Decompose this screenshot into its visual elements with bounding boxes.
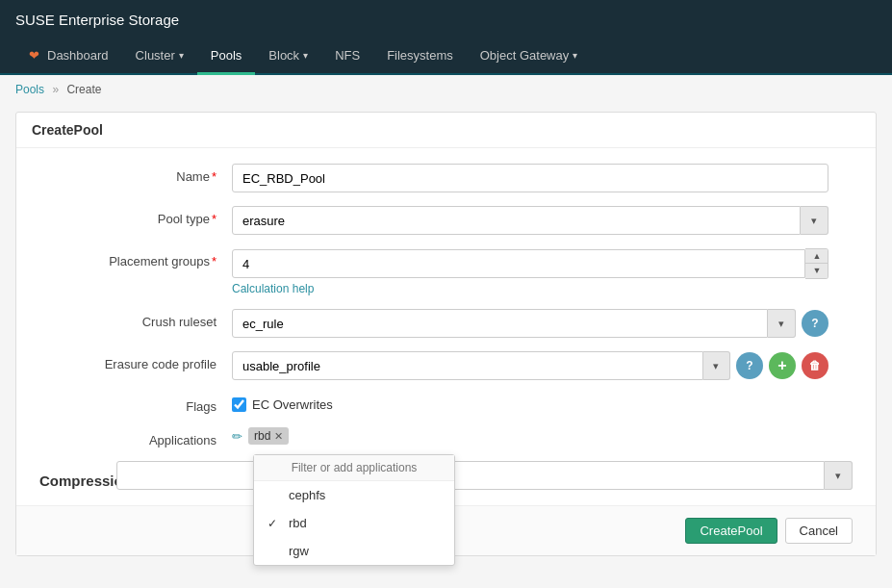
name-row: Name* xyxy=(39,164,853,192)
nav-item-dashboard[interactable]: ❤ Dashboard xyxy=(15,38,122,75)
nav-label-objectgateway: Object Gateway xyxy=(480,48,570,63)
placement-groups-up-btn[interactable]: ▲ xyxy=(805,249,828,264)
ec-overwrites-label: EC Overwrites xyxy=(252,397,333,412)
placement-groups-control: ▲ ▼ Calculation help xyxy=(232,248,828,295)
nav-label-block: Block xyxy=(268,48,299,63)
check-icon-rbd: ✓ xyxy=(268,517,281,530)
card-title: CreatePool xyxy=(32,122,103,138)
crush-ruleset-dropdown-btn[interactable]: ▾ xyxy=(768,309,796,338)
crush-ruleset-label: Crush ruleset xyxy=(39,309,232,329)
erasure-code-add-btn[interactable]: + xyxy=(769,352,796,379)
nav-label-dashboard: Dashboard xyxy=(47,48,109,63)
name-label: Name* xyxy=(39,164,232,184)
nav-label-pools: Pools xyxy=(211,48,242,63)
dropdown-item-rbd[interactable]: ✓ rbd xyxy=(254,509,454,537)
crush-ruleset-control: ▾ ? xyxy=(232,309,828,338)
nav-item-nfs[interactable]: NFS xyxy=(321,38,373,75)
erasure-code-dropdown-btn[interactable]: ▾ xyxy=(703,351,730,380)
pool-type-row: Pool type* ▾ xyxy=(39,206,853,235)
name-control xyxy=(232,164,828,192)
flags-control: EC Overwrites xyxy=(232,394,828,412)
nav-item-objectgateway[interactable]: Object Gateway ▾ xyxy=(467,38,592,75)
erasure-code-row: Erasure code profile ▾ ? + 🗑 xyxy=(39,351,853,380)
pool-type-label: Pool type* xyxy=(39,206,232,226)
applications-label: Applications xyxy=(39,427,232,447)
erasure-code-delete-btn[interactable]: 🗑 xyxy=(802,352,828,379)
placement-groups-label: Placement groups* xyxy=(39,248,232,268)
crush-ruleset-info-btn[interactable]: ? xyxy=(802,310,828,337)
dropdown-item-cephfs[interactable]: cephfs xyxy=(254,481,454,509)
dropdown-label-rgw: rgw xyxy=(289,544,309,558)
nav-label-filesystems: Filesystems xyxy=(387,48,453,63)
pool-type-control: ▾ xyxy=(232,206,828,235)
flags-row: Flags EC Overwrites xyxy=(39,394,853,414)
name-input[interactable] xyxy=(232,164,828,192)
topbar: SUSE Enterprise Storage xyxy=(0,0,892,38)
compression-mode-dropdown-btn[interactable]: ▾ xyxy=(825,461,853,490)
chevron-down-icon: ▾ xyxy=(179,50,184,61)
main-nav: ❤ Dashboard Cluster ▾ Pools Block ▾ NFS … xyxy=(0,38,892,75)
app-tag-rbd: rbd ✕ xyxy=(248,427,289,445)
placement-groups-input[interactable] xyxy=(232,249,805,278)
dashboard-icon: ❤ xyxy=(29,48,39,63)
nav-item-cluster[interactable]: Cluster ▾ xyxy=(122,38,197,75)
placement-groups-row: Placement groups* ▲ ▼ Calculation help xyxy=(39,248,853,295)
app-tag-close-btn[interactable]: ✕ xyxy=(274,430,283,443)
nav-item-pools[interactable]: Pools xyxy=(197,38,256,75)
applications-edit-icon[interactable]: ✏ xyxy=(232,429,242,444)
pool-type-input[interactable] xyxy=(232,206,801,235)
dropdown-filter-input[interactable] xyxy=(254,455,454,481)
erasure-code-control: ▾ ? + 🗑 xyxy=(232,351,828,380)
card-body: Name* Pool type* ▾ xyxy=(16,148,876,505)
main-content: CreatePool Name* Pool type* xyxy=(0,104,892,587)
dropdown-label-rbd: rbd xyxy=(289,516,307,530)
calculation-help-link[interactable]: Calculation help xyxy=(232,282,314,295)
crush-ruleset-row: Crush ruleset ▾ ? xyxy=(39,309,853,338)
applications-dropdown: cephfs ✓ rbd rgw xyxy=(253,454,455,566)
chevron-down-icon-block: ▾ xyxy=(303,50,308,61)
flags-label: Flags xyxy=(39,394,232,414)
breadcrumb: Pools » Create xyxy=(0,75,892,104)
applications-row: Applications ✏ rbd ✕ xyxy=(39,427,853,447)
chevron-down-icon-gw: ▾ xyxy=(573,50,577,61)
dropdown-label-cephfs: cephfs xyxy=(289,488,325,502)
nav-label-nfs: NFS xyxy=(335,48,360,63)
nav-item-block[interactable]: Block ▾ xyxy=(255,38,321,75)
app-title: SUSE Enterprise Storage xyxy=(15,12,179,28)
erasure-code-label: Erasure code profile xyxy=(39,351,232,371)
app-tag-label: rbd xyxy=(254,429,270,443)
compression-body: ▾ xyxy=(116,461,853,490)
breadcrumb-current: Create xyxy=(66,83,101,96)
card-header: CreatePool xyxy=(16,113,876,148)
applications-control: ✏ rbd ✕ cephfs xyxy=(232,427,828,445)
cancel-button[interactable]: Cancel xyxy=(785,518,853,544)
breadcrumb-separator: » xyxy=(52,83,59,96)
erasure-code-input[interactable] xyxy=(232,351,703,380)
dropdown-item-rgw[interactable]: rgw xyxy=(254,537,454,565)
breadcrumb-parent[interactable]: Pools xyxy=(15,83,44,96)
compression-mode-input[interactable] xyxy=(116,461,825,490)
pool-type-dropdown-btn[interactable]: ▾ xyxy=(801,206,828,235)
placement-groups-down-btn[interactable]: ▼ xyxy=(805,264,828,278)
ec-overwrites-checkbox[interactable] xyxy=(232,397,246,412)
create-pool-button[interactable]: CreatePool xyxy=(685,518,777,544)
erasure-code-info-btn[interactable]: ? xyxy=(736,352,763,379)
compression-mode-row: ▾ xyxy=(116,461,853,490)
create-pool-card: CreatePool Name* Pool type* xyxy=(15,112,877,556)
crush-ruleset-input[interactable] xyxy=(232,309,768,338)
nav-label-cluster: Cluster xyxy=(136,48,175,63)
nav-item-filesystems[interactable]: Filesystems xyxy=(373,38,467,75)
apps-tags-wrap: ✏ rbd ✕ cephfs xyxy=(232,427,828,445)
compression-label: Compression xyxy=(39,461,116,490)
